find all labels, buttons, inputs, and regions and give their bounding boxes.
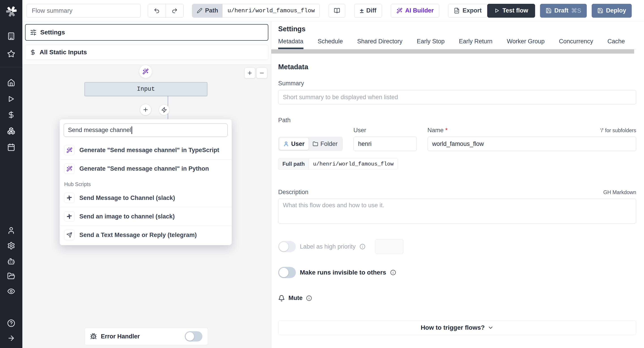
hub-item-slack-message[interactable]: Send Message to Channel (slack) [60,189,232,207]
generate-typescript-item[interactable]: Generate "Send message channel" in TypeS… [60,141,232,159]
save-icon [597,7,603,14]
tab-schedule[interactable]: Schedule [318,38,343,49]
high-priority-toggle[interactable] [278,241,296,252]
step-picker-dropdown: Send message channel Generate "Send mess… [60,119,232,245]
summary-input[interactable] [278,90,636,104]
error-handler-toggle[interactable] [185,331,202,342]
flow-panel: Settings All Static Inputs Input [22,21,271,348]
error-handler-node[interactable]: Error Handler [84,328,208,345]
step-search-value: Send message channel [68,127,131,134]
wand-icon [66,147,72,153]
owner-user-label: User [291,141,304,148]
magic-wand-icon [396,7,402,14]
plus-icon [142,107,149,113]
ai-builder-button[interactable]: AI Builder [391,4,440,18]
file-code-icon [454,7,460,14]
flow-settings-box[interactable]: Settings [25,24,268,41]
user-input[interactable] [354,137,417,151]
tab-shared-directory[interactable]: Shared Directory [357,38,402,49]
diff-button[interactable]: ± Diff [354,4,382,18]
flow-canvas[interactable]: Input Send message channel G [22,65,271,348]
tab-early-return[interactable]: Early Return [459,38,492,49]
hub-item-telegram-message[interactable]: Send a Text Message or Reply (telegram) [60,226,232,244]
owner-folder-label: Folder [320,141,338,148]
generate-typescript-label: Generate "Send message channel" in TypeS… [80,147,219,154]
trigger-bolt-button[interactable] [159,105,170,115]
test-flow-button[interactable]: Test flow [487,4,535,18]
bolt-icon [161,107,167,113]
windmill-logo-icon[interactable] [5,5,18,17]
owner-user-segment[interactable]: User [279,138,308,150]
pencil-icon [197,8,202,13]
mute-row[interactable]: Mute [278,295,636,302]
help-icon[interactable] [7,319,15,327]
step-search-input[interactable]: Send message channel [64,123,228,137]
workers-bot-icon[interactable] [7,257,15,265]
tab-early-stop[interactable]: Early Stop [417,38,445,49]
bug-icon [90,333,97,340]
magic-wand-icon [142,68,149,75]
info-icon [390,270,396,275]
path-chip-label: Path [205,7,218,14]
invisible-runs-label: Make runs invisible to others [300,269,386,276]
redo-icon [172,7,178,14]
description-textarea[interactable] [278,198,636,224]
priority-value-input[interactable] [375,239,404,254]
all-static-inputs-box[interactable]: All Static Inputs [25,45,268,60]
redo-button[interactable] [166,4,183,17]
docs-book-button[interactable] [329,4,345,18]
full-path-value: u/henri/world_famous_flow [309,158,398,170]
summary-label: Summary [278,80,636,87]
ai-builder-label: AI Builder [405,7,434,14]
path-chip[interactable]: Path u/henri/world_famous_flow [192,4,320,18]
ai-flow-node-button[interactable] [139,65,152,78]
tab-worker-group[interactable]: Worker Group [507,38,544,49]
zoom-in-button[interactable] [244,68,255,78]
name-field-label: Name * [428,127,448,134]
draft-shortcut: ⌘S [571,7,581,14]
resources-boxes-icon[interactable] [7,127,15,135]
name-field: Name * '/' for subfolders [428,127,636,151]
name-input[interactable] [428,137,636,151]
zoom-out-button[interactable] [256,68,267,78]
deploy-button[interactable]: Deploy [592,4,632,18]
folders-icon[interactable] [7,272,15,280]
tabs-horizontal-scrollbar[interactable] [271,49,634,54]
slack-icon-box [64,193,74,203]
tab-metadata[interactable]: Metadata [278,38,304,49]
path-row: User Folder User Name * '/' for subfolde… [278,127,636,151]
text-caret [132,126,132,134]
undo-button[interactable] [148,4,166,17]
export-button[interactable]: Export [448,4,487,18]
owner-folder-segment[interactable]: Folder [308,138,342,150]
all-static-inputs-label: All Static Inputs [40,49,87,56]
input-node[interactable]: Input [84,82,207,96]
deploy-label: Deploy [606,7,626,14]
workspace-icon[interactable] [7,32,15,40]
home-icon[interactable] [7,79,15,87]
favorites-star-icon[interactable] [7,50,15,58]
undo-redo-group [148,4,184,18]
draft-button[interactable]: Draft ⌘S [540,4,587,18]
runs-play-icon[interactable] [7,95,15,103]
audit-eye-icon[interactable] [7,287,15,295]
full-path-label: Full path [278,158,309,170]
how-to-trigger-expander[interactable]: How to trigger flows? [278,320,636,335]
invisible-runs-toggle[interactable] [278,267,296,278]
minus-icon [259,70,265,76]
variables-dollar-icon[interactable] [7,111,15,119]
tab-concurrency[interactable]: Concurrency [559,38,593,49]
path-section-label: Path [278,117,636,124]
users-icon[interactable] [7,226,15,234]
hub-item-label: Send a Text Message or Reply (telegram) [80,232,197,239]
flow-summary-input[interactable] [26,4,141,18]
generate-python-item[interactable]: Generate "Send message channel" in Pytho… [60,160,232,178]
tab-cache[interactable]: Cache [608,38,625,49]
expand-sidebar-arrow-icon[interactable] [7,334,15,342]
hub-item-slack-image[interactable]: Send an image to channel (slack) [60,207,232,226]
diff-label: Diff [366,7,376,14]
settings-gear-icon[interactable] [7,242,15,250]
mute-label: Mute [288,295,302,302]
add-step-button[interactable] [140,104,152,116]
schedules-calendar-icon[interactable] [7,143,15,151]
